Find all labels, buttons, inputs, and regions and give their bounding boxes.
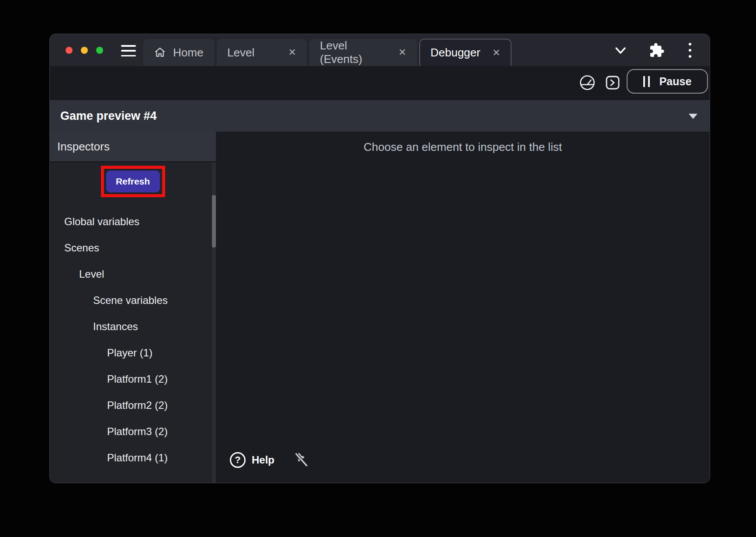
refresh-annotation-box: Refresh [101,166,165,197]
debugger-content: Inspectors Refresh Global variables Scen… [50,132,710,483]
tab-bar: Home Level ✕ Level (Events) ✕ Debugger ✕ [50,34,710,66]
inspectors-sidebar: Inspectors Refresh Global variables Scen… [50,132,216,483]
help-question-icon[interactable]: ? [230,452,246,468]
tree-item-instances[interactable]: Instances [50,314,216,340]
inspector-pane: Choose an element to inspect in the list… [216,132,710,483]
preview-dropdown-icon[interactable] [689,114,697,119]
profiler-speed-icon[interactable] [579,74,596,91]
tab-strip: Home Level ✕ Level (Events) ✕ Debugger ✕ [143,39,511,66]
tree-item-platform4[interactable]: Platform4 (1) [50,445,216,471]
inspectors-header: Inspectors [50,132,216,162]
minimize-window-button[interactable] [81,47,88,54]
close-icon[interactable]: ✕ [399,48,406,57]
app-window: Home Level ✕ Level (Events) ✕ Debugger ✕ [49,34,710,483]
tree-item-scene-variables[interactable]: Scene variables [50,287,216,314]
close-icon[interactable]: ✕ [492,48,500,58]
tab-label: Level [227,46,254,59]
game-preview-header: Game preview #4 [50,100,710,132]
chevron-down-icon[interactable] [614,45,628,56]
help-row: ? Help [230,451,309,469]
extensions-puzzle-icon[interactable] [649,42,665,58]
tree-item-platform3[interactable]: Platform3 (2) [50,418,216,445]
home-icon [154,46,166,59]
tab-label: Level (Events) [320,39,392,66]
pin-off-icon[interactable] [294,451,309,469]
tab-level-events[interactable]: Level (Events) ✕ [309,39,417,66]
empty-state-message: Choose an element to inspect in the list [216,140,710,154]
game-preview-title: Game preview #4 [60,109,157,123]
close-window-button[interactable] [66,47,73,54]
menu-icon[interactable] [121,45,136,56]
tree-item-platform1[interactable]: Platform1 (2) [50,366,216,392]
tab-label: Home [173,46,203,59]
tab-level[interactable]: Level ✕ [217,39,307,66]
inspector-tree: Global variables Scenes Level Scene vari… [50,209,216,471]
tab-debugger[interactable]: Debugger ✕ [420,39,511,66]
pause-button[interactable]: Pause [627,69,708,94]
help-label[interactable]: Help [252,454,274,466]
tree-item-global-variables[interactable]: Global variables [50,209,216,235]
tree-item-player[interactable]: Player (1) [50,340,216,366]
tree-item-platform2[interactable]: Platform2 (2) [50,392,216,418]
close-icon[interactable]: ✕ [288,48,296,57]
console-icon[interactable] [605,75,620,90]
debugger-toolbar: Pause [50,66,710,100]
pause-icon [643,76,650,87]
sidebar-scrollbar-thumb[interactable] [212,195,216,248]
pause-button-label: Pause [659,75,692,88]
traffic-lights [66,47,103,54]
tree-item-level[interactable]: Level [50,261,216,287]
refresh-button[interactable]: Refresh [106,171,160,192]
zoom-window-button[interactable] [96,47,103,54]
tree-item-scenes[interactable]: Scenes [50,235,216,261]
tab-label: Debugger [430,46,480,59]
tab-home[interactable]: Home [143,39,214,66]
kebab-menu-icon[interactable] [687,43,694,58]
